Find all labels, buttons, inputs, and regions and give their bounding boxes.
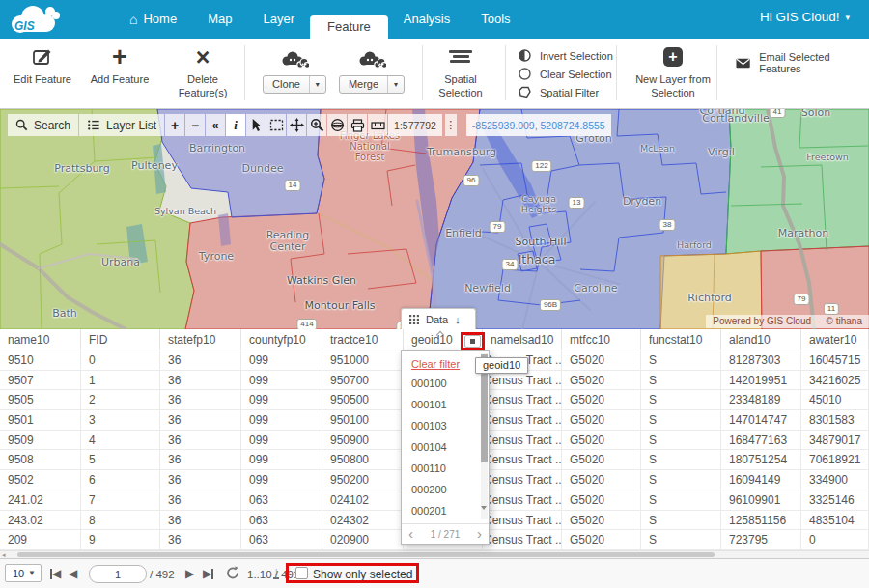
horizontal-scrollbar-thumb[interactable]	[17, 552, 715, 557]
double-chevron-left-icon: «	[212, 119, 219, 132]
scroll-down-icon[interactable]	[481, 506, 487, 510]
download-icon[interactable]: ↓	[273, 566, 279, 579]
horizontal-scrollbar[interactable]: ◂	[0, 550, 869, 558]
refresh-button[interactable]	[226, 566, 239, 580]
column-header-name10[interactable]: name10	[0, 329, 81, 350]
prev-page-button[interactable]: ◀	[69, 567, 77, 580]
filter-value[interactable]: 000201	[402, 500, 489, 521]
next-page-button[interactable]: ▶	[185, 567, 194, 580]
column-header-awater10[interactable]: awater10	[801, 329, 869, 350]
nav-item-home[interactable]: ⌂Home	[114, 0, 192, 39]
cell-funcstat10: S	[641, 530, 721, 549]
first-page-button[interactable]: ◀	[50, 567, 61, 580]
download-arrow-icon[interactable]: ↓	[455, 314, 461, 325]
cell-FID: 5	[81, 450, 160, 469]
new-layer-button[interactable]: + New Layer from Selection	[630, 44, 716, 100]
zoom-out-button[interactable]: −	[185, 114, 205, 136]
search-button[interactable]: Search	[8, 114, 78, 136]
clear-selection-button[interactable]: Clear Selection	[519, 68, 612, 80]
page-number-input[interactable]	[89, 565, 147, 583]
divider	[244, 45, 245, 100]
map-canvas[interactable]: PrattsburgPulteneyBarringtonDundeeSylvan…	[0, 109, 869, 329]
filter-value[interactable]: 000200	[402, 479, 489, 500]
layer-list-button[interactable]: Layer List	[79, 114, 164, 136]
filter-value[interactable]: 000104	[402, 436, 489, 458]
cell-countyfp10: 099	[241, 431, 322, 450]
cell-awater10: 334900	[801, 470, 869, 490]
column-header-namelsad10[interactable]: namelsad10	[483, 329, 562, 350]
map-scale[interactable]: 1:577792	[388, 114, 442, 136]
cell-namelsad10: Census Tract ...	[483, 470, 562, 490]
last-page-button[interactable]: ▶	[203, 567, 213, 580]
delete-feature-button[interactable]: × Delete Feature(s)	[158, 44, 247, 100]
cursor-coordinates: -8525939.009, 5208724.8555	[466, 114, 611, 136]
zoom-rect-tool-button[interactable]	[307, 114, 326, 136]
column-header-aland10[interactable]: aland10	[721, 329, 801, 350]
cell-funcstat10: S	[641, 371, 721, 390]
column-header-funcstat10[interactable]: funcstat10	[641, 329, 721, 350]
globe-tool-button[interactable]	[327, 114, 347, 136]
email-selected-button[interactable]: Email Selected Features	[736, 51, 869, 74]
nav-item-map[interactable]: Map	[192, 0, 247, 39]
cell-statefp10: 36	[160, 410, 241, 430]
info-tool-button[interactable]: i	[226, 114, 245, 136]
spatial-selection-button[interactable]: Spatial Selection	[427, 44, 494, 100]
cell-mtfcc10: G5020	[562, 350, 641, 370]
route-shield: 11	[824, 303, 839, 315]
page-next-icon[interactable]: ›	[477, 527, 482, 541]
filter-value[interactable]: 000100	[402, 373, 489, 394]
page-size-select[interactable]: 10 ▼	[5, 564, 42, 582]
pointer-tool-button[interactable]	[246, 114, 266, 136]
collapse-toolbar-button[interactable]: «	[206, 114, 225, 136]
zoom-in-button[interactable]: +	[165, 114, 184, 136]
edit-feature-button[interactable]: Edit Feature	[8, 44, 77, 87]
nav-item-layer[interactable]: Layer	[247, 0, 310, 39]
cell-FID: 9	[81, 530, 160, 549]
edit-feature-label: Edit Feature	[14, 73, 71, 87]
nav-item-feature[interactable]: Feature	[310, 15, 388, 39]
data-panel-label: Data	[426, 314, 448, 325]
pan-tool-button[interactable]	[287, 114, 306, 136]
cell-funcstat10: S	[641, 450, 721, 469]
refresh-icon	[226, 566, 239, 580]
column-header-statefp10[interactable]: statefp10	[160, 329, 241, 350]
cell-namelsad10: Census Tract ...	[483, 390, 562, 409]
filter-value[interactable]: 000103	[402, 415, 489, 436]
gis-cloud-logo[interactable]: GIS	[8, 3, 62, 36]
cell-aland10: 81287303	[721, 350, 801, 370]
add-feature-button[interactable]: + Add Feature	[85, 44, 154, 87]
nav-item-tools[interactable]: Tools	[465, 0, 525, 39]
column-header-mtfcc10[interactable]: mtfcc10	[562, 329, 641, 350]
clear-selection-label: Clear Selection	[540, 69, 612, 80]
cell-funcstat10: S	[641, 470, 721, 490]
rect-select-tool-button[interactable]	[266, 114, 286, 136]
chevron-down-icon[interactable]: ▾	[388, 76, 404, 93]
cell-mtfcc10: G5020	[562, 470, 641, 490]
nav-item-label: Tools	[481, 0, 510, 39]
clone-button[interactable]: Clone ▾	[263, 47, 326, 94]
spatial-filter-button[interactable]: Spatial Filter	[519, 86, 599, 98]
nav-item-analysis[interactable]: Analysis	[388, 0, 465, 39]
print-button[interactable]	[348, 114, 367, 136]
plus-icon: +	[171, 118, 179, 133]
merge-split-button[interactable]: Merge ▾	[339, 75, 405, 94]
data-panel-tab[interactable]: Data ↓	[401, 308, 476, 329]
user-menu[interactable]: Hi GIS Cloud! ▾	[760, 10, 850, 24]
filter-value[interactable]: 000101	[402, 394, 489, 415]
route-shield: 122	[531, 160, 551, 172]
merge-button[interactable]: Merge ▾	[340, 47, 404, 94]
invert-selection-button[interactable]: Invert Selection	[519, 49, 613, 62]
chevron-down-icon[interactable]: ▾	[310, 76, 325, 93]
clone-split-button[interactable]: Clone ▾	[263, 75, 326, 94]
column-header-FID[interactable]: FID	[81, 329, 160, 350]
show-only-selected-checkbox[interactable]	[295, 567, 308, 579]
printer-icon	[350, 119, 365, 132]
more-options-icon[interactable]: ⋮	[445, 114, 457, 136]
geoid10-filter-button[interactable]	[464, 335, 481, 348]
cell-FID: 1	[81, 371, 160, 390]
column-header-tractce10[interactable]: tractce10	[322, 329, 404, 350]
measure-tool-button[interactable]	[368, 114, 387, 136]
column-header-countyfp10[interactable]: countyfp10	[241, 329, 322, 350]
filter-value[interactable]: 000110	[402, 458, 489, 479]
page-prev-icon[interactable]: ‹	[408, 527, 413, 541]
